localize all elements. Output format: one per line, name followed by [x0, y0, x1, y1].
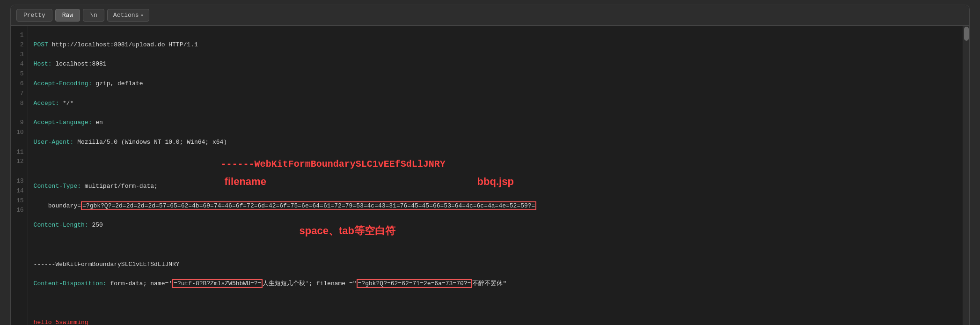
pretty-tab[interactable]: Pretty [16, 9, 52, 22]
line-12: Content-Disposition: form-data; name='=?… [34, 279, 964, 289]
line-1: POST http://localhost:8081/upload.do HTT… [34, 40, 964, 50]
scrollbar[interactable] [963, 26, 969, 325]
line-empty2 [34, 299, 964, 309]
line-7: ------WebKitFormBoundarySLC1vEEfSdLlJNRY [34, 157, 964, 172]
scrollbar-thumb[interactable] [964, 27, 969, 41]
code-content: POST http://localhost:8081/upload.do HTT… [28, 26, 969, 325]
raw-tab[interactable]: Raw [55, 9, 80, 22]
line-5: Accept-Language: en [34, 118, 964, 128]
line-11: ------WebKitFormBoundarySLC1vEEfSdLlJNRY [34, 260, 964, 270]
main-container: Pretty Raw \n Actions ▾ 1 2 3 4 5 6 7 8 … [10, 5, 970, 325]
line-4: Accept: */* [34, 99, 964, 109]
chevron-down-icon: ▾ [140, 13, 143, 18]
line-numbers: 1 2 3 4 5 6 7 8 9 10 11 12 13 14 15 16 [11, 26, 28, 325]
actions-label: Actions [113, 12, 139, 19]
line-13: hello 5swimming [34, 318, 964, 325]
line-2: Host: localhost:8081 [34, 59, 964, 69]
line-9: Content-Length: 250 [34, 221, 964, 230]
toolbar: Pretty Raw \n Actions ▾ [11, 5, 969, 26]
actions-button[interactable]: Actions ▾ [107, 9, 150, 22]
line-6: User-Agent: Mozilla/5.0 (Windows NT 10.0… [34, 138, 964, 148]
line-8: Content-Type: multipart/form-data; [34, 182, 964, 192]
newline-tab[interactable]: \n [83, 9, 104, 22]
line-8b: boundary==?gbk?Q?=2d=2d=2d=2d=57=65=62=4… [34, 201, 964, 211]
content-area: 1 2 3 4 5 6 7 8 9 10 11 12 13 14 15 16 P… [11, 26, 969, 325]
line-empty1 [34, 240, 964, 250]
line-3: Accept-Encoding: gzip, deflate [34, 79, 964, 89]
